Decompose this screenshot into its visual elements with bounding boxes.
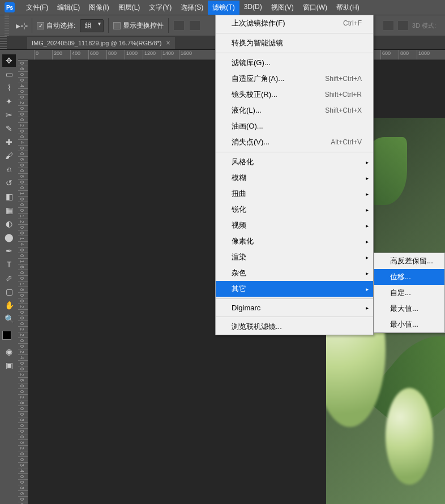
ruler-vertical[interactable]: 0600400200020040060080010001200140016001… (18, 60, 28, 504)
menu-图像[interactable]: 图像(I) (84, 1, 113, 15)
submenu-item[interactable]: 高反差保留... (374, 253, 444, 269)
dodge-tool[interactable]: ⬤ (2, 231, 16, 244)
menu-图层[interactable]: 图层(L) (114, 1, 145, 15)
close-icon[interactable]: × (166, 39, 170, 47)
hand-tool[interactable]: ✋ (2, 299, 16, 311)
menu-item[interactable]: 油画(O)... (216, 118, 373, 134)
3d-icon[interactable] (383, 20, 394, 31)
crop-tool[interactable]: ✂ (2, 109, 16, 121)
menu-item[interactable]: 其它 (216, 281, 373, 297)
menu-item[interactable]: 上次滤镜操作(F)Ctrl+F (216, 15, 373, 31)
toolbar-grip[interactable] (5, 15, 9, 36)
color-swatches[interactable] (2, 331, 16, 344)
menu-item[interactable]: Digimarc (216, 301, 373, 315)
menu-item[interactable]: 自适应广角(A)...Shift+Ctrl+A (216, 71, 373, 87)
menu-文字[interactable]: 文字(Y) (144, 1, 176, 15)
menu-3d[interactable]: 3D(D) (239, 1, 267, 15)
zoom-tool[interactable]: 🔍 (2, 313, 16, 325)
align-icon[interactable] (173, 20, 185, 31)
menu-item[interactable]: 风格化 (216, 154, 373, 170)
submenu-item[interactable]: 自定... (374, 285, 444, 301)
menu-item[interactable]: 视频 (216, 217, 373, 233)
menu-item[interactable]: 渲染 (216, 249, 373, 265)
menu-item[interactable]: 扭曲 (216, 186, 373, 202)
show-transform-checkbox[interactable]: 显示变换控件 (113, 21, 164, 31)
submenu-item[interactable]: 最小值... (374, 317, 444, 332)
quickmask-tool[interactable]: ◉ (2, 345, 16, 358)
submenu-item[interactable]: 位移... (374, 269, 444, 285)
eyedropper-tool[interactable]: ✎ (2, 122, 16, 135)
menu-窗口[interactable]: 窗口(W) (298, 1, 332, 15)
lasso-tool[interactable]: ⌇ (2, 82, 16, 94)
menu-帮助[interactable]: 帮助(H) (332, 1, 364, 15)
menubar: Ps 文件(F)编辑(E)图像(I)图层(L)文字(Y)选择(S)滤镜(T)3D… (0, 0, 445, 15)
menu-视图[interactable]: 视图(V) (267, 1, 298, 15)
document-tab[interactable]: IMG_20240509_111829.jpg @ 16.7%(RGB/8*) … (27, 37, 175, 49)
marquee-tool[interactable]: ▭ (2, 68, 16, 80)
align-icon[interactable] (189, 20, 200, 31)
filter-other-submenu: 高反差保留...位移...自定...最大值...最小值... (374, 253, 445, 333)
app-logo: Ps (5, 2, 15, 12)
menu-item[interactable]: 消失点(V)...Alt+Ctrl+V (216, 134, 373, 150)
menu-item[interactable]: 浏览联机滤镜... (216, 319, 373, 335)
move-tool[interactable]: ✥ (2, 54, 16, 67)
screenmode-tool[interactable]: ▣ (2, 359, 16, 371)
history-brush-tool[interactable]: ↺ (2, 177, 16, 189)
path-tool[interactable]: ⬀ (2, 272, 16, 284)
shape-tool[interactable]: ▢ (2, 285, 16, 298)
move-tool-icon: ▸⊹ (16, 20, 27, 31)
type-tool[interactable]: T (2, 258, 16, 271)
eraser-tool[interactable]: ◧ (2, 190, 16, 203)
3d-icon[interactable] (397, 20, 409, 31)
menu-item[interactable]: 锐化 (216, 202, 373, 217)
menu-item[interactable]: 像素化 (216, 233, 373, 249)
tools-panel: ✥ ▭ ⌇ ✦ ✂ ✎ ✚ 🖌 ⎌ ↺ ◧ ▦ ◐ ⬤ ✒ T ⬀ ▢ ✋ 🔍 … (0, 50, 18, 504)
menu-item[interactable]: 转换为智能滤镜 (216, 35, 373, 51)
stamp-tool[interactable]: ⎌ (2, 163, 16, 176)
3d-mode-label: 3D 模式: (412, 22, 436, 30)
auto-select-checkbox[interactable]: 自动选择: (37, 21, 75, 31)
auto-select-dropdown[interactable]: 组 (80, 19, 104, 32)
brush-tool[interactable]: 🖌 (2, 150, 16, 162)
blur-tool[interactable]: ◐ (2, 217, 16, 230)
pen-tool[interactable]: ✒ (2, 245, 16, 257)
menu-item[interactable]: 镜头校正(R)...Shift+Ctrl+R (216, 87, 373, 102)
filter-menu: 上次滤镜操作(F)Ctrl+F转换为智能滤镜滤镜库(G)...自适应广角(A).… (215, 15, 374, 335)
submenu-item[interactable]: 最大值... (374, 301, 444, 317)
menu-文件[interactable]: 文件(F) (22, 1, 53, 15)
menu-item[interactable]: 模糊 (216, 170, 373, 186)
heal-tool[interactable]: ✚ (2, 136, 16, 148)
menu-滤镜[interactable]: 滤镜(T) (208, 1, 239, 15)
gradient-tool[interactable]: ▦ (2, 204, 16, 216)
wand-tool[interactable]: ✦ (2, 95, 16, 108)
menu-item[interactable]: 液化(L)...Shift+Ctrl+X (216, 102, 373, 118)
menu-选择[interactable]: 选择(S) (176, 1, 208, 15)
menu-item[interactable]: 滤镜库(G)... (216, 55, 373, 71)
menu-item[interactable]: 杂色 (216, 265, 373, 281)
menu-编辑[interactable]: 编辑(E) (53, 1, 84, 15)
